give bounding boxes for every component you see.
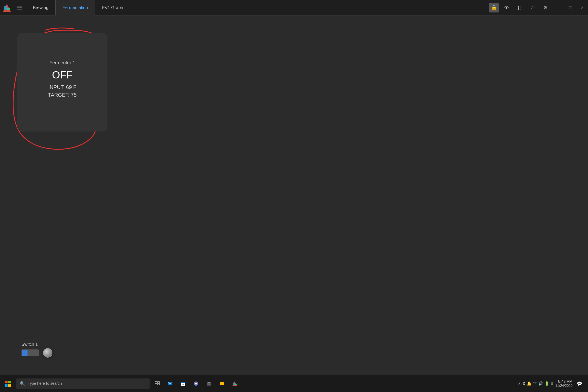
dot-separator: · [534,6,535,10]
restore-icon: ❐ [568,6,572,10]
clock-time: 8:43 PM [555,379,572,384]
calendar-button[interactable]: 24 [177,375,189,392]
code-button[interactable]: {} [513,0,526,16]
tray-icon-2[interactable]: 🔔 [527,381,532,386]
calendar-icon: 24 [180,381,186,386]
titlebar-right: 🔒 👁 {} ✓ · ⚙ — ❐ ✕ [488,0,588,16]
tab-fv1graph[interactable]: FV1 Graph [95,0,130,16]
start-button[interactable] [0,375,16,392]
window-controls: — ❐ ✕ [552,0,588,16]
gear-icon: ⚙ [543,5,548,10]
hamburger-button[interactable] [14,0,26,16]
check-icon: ✓ [530,5,534,10]
round-button[interactable] [43,348,52,358]
clock[interactable]: 8:43 PM 11/24/2020 [555,379,572,388]
svg-rect-4 [8,380,11,384]
calculator-button[interactable] [203,375,215,392]
switch-label: Switch 1 [22,342,38,347]
eye-button[interactable]: 👁 [500,0,513,16]
fermenter-target: TARGET: 75 [48,92,77,98]
fermenter-card: Fermenter 1 OFF INPUT: 69 F TARGET: 75 [17,33,108,132]
settings-button[interactable]: ⚙ [539,0,552,16]
close-button[interactable]: ✕ [576,0,588,16]
fermenter-status: OFF [52,69,73,81]
svg-rect-17 [207,382,211,386]
svg-rect-20 [209,384,209,384]
code-icon: {} [517,5,522,10]
nav-tabs: Brewing Fermentation FV1 Graph [26,0,130,16]
svg-rect-7 [155,382,157,383]
calculator-icon [206,381,211,386]
toggle-switch[interactable] [22,350,39,356]
search-bar[interactable]: 🔍 Type here to search [16,378,150,389]
clock-date: 11/24/2020 [555,384,572,388]
system-tray: ∧ ⚙ 🔔 🔊 🔋 ⬇ [518,381,554,386]
close-icon: ✕ [581,6,584,10]
svg-rect-1 [4,6,7,10]
tab-brewing[interactable]: Brewing [26,0,56,16]
taskbar-apps: 24 [151,375,241,392]
restore-button[interactable]: ❐ [564,0,576,16]
wifi-icon[interactable] [533,381,537,386]
main-content: Fermenter 1 OFF INPUT: 69 F TARGET: 75 S… [0,16,588,375]
brewing-app-button[interactable] [229,375,241,392]
taskview-button[interactable] [151,375,163,392]
svg-rect-9 [155,384,157,385]
svg-rect-10 [158,384,160,385]
taskbar-right: ∧ ⚙ 🔔 🔊 🔋 ⬇ 8:43 PM 11/24/2020 💬 [518,375,588,392]
titlebar: Brewing Fermentation FV1 Graph 🔒 👁 {} ✓ … [0,0,588,16]
search-icon: 🔍 [20,381,25,386]
svg-rect-19 [208,384,208,384]
svg-rect-8 [158,382,160,383]
tab-fermentation[interactable]: Fermentation [56,0,95,16]
lock-button[interactable]: 🔒 [488,0,500,16]
check-button[interactable]: ✓ · [526,0,539,16]
svg-point-16 [195,383,197,384]
taskbar: 🔍 Type here to search 24 [0,375,588,392]
notification-icon: 💬 [577,381,582,386]
svg-rect-2 [7,8,10,10]
svg-rect-3 [5,380,8,384]
svg-rect-11 [168,382,172,385]
svg-rect-6 [8,384,11,387]
switch-container [22,348,52,358]
taskview-icon [155,381,160,386]
chrome-icon [194,381,198,386]
chrome-button[interactable] [190,375,202,392]
svg-rect-13 [181,382,185,383]
svg-rect-24 [235,384,236,385]
windows-logo-icon [5,380,11,387]
fermenter-input: INPUT: 69 F [48,84,76,90]
svg-rect-18 [208,382,210,383]
app-logo [0,0,14,16]
tray-chevron[interactable]: ∧ [518,381,521,386]
volume-icon[interactable]: 🔊 [538,381,543,386]
lock-icon: 🔒 [491,5,497,10]
download-icon[interactable]: ⬇ [550,381,554,386]
toggle-indicator [22,350,28,356]
svg-rect-21 [210,384,210,384]
fileexplorer-icon [219,381,224,386]
fermenter-name: Fermenter 1 [50,60,75,66]
brewing-app-icon [232,381,237,386]
svg-text:24: 24 [182,384,184,385]
search-placeholder-text: Type here to search [28,381,62,386]
mail-icon [168,381,173,386]
notification-button[interactable]: 💬 [574,375,584,392]
battery-icon[interactable]: 🔋 [544,381,549,386]
svg-rect-5 [5,384,8,387]
svg-rect-23 [233,382,235,385]
minimize-button[interactable]: — [552,0,564,16]
eye-icon: 👁 [504,5,509,10]
fileexplorer-button[interactable] [216,375,228,392]
minimize-icon: — [556,6,560,10]
tray-icon-1[interactable]: ⚙ [522,381,526,386]
mail-button[interactable] [164,375,176,392]
